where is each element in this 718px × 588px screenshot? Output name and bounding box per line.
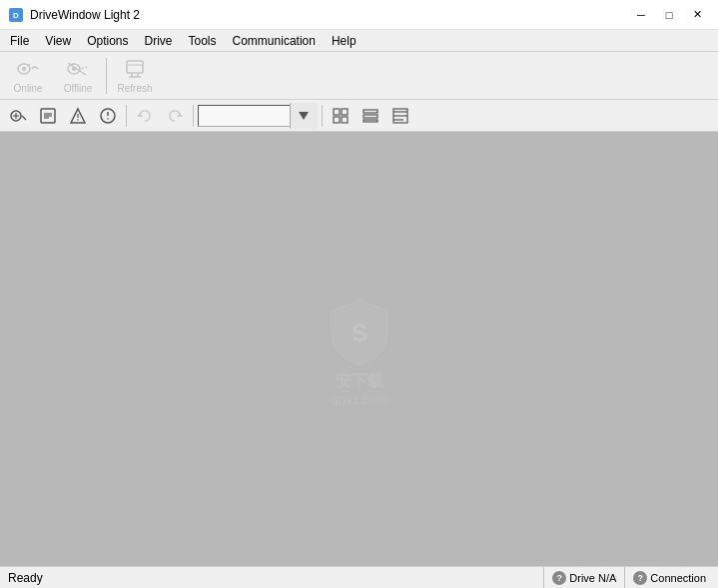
address-dropdown-button[interactable] — [290, 103, 318, 129]
status-panels: ? Drive N/A ? Connection — [543, 567, 714, 589]
refresh-icon — [123, 57, 147, 81]
svg-marker-23 — [137, 113, 143, 117]
svg-point-3 — [22, 67, 26, 71]
maximize-button[interactable]: □ — [656, 4, 682, 26]
menu-file[interactable]: File — [2, 30, 37, 51]
toolbar-separator-1 — [106, 58, 107, 94]
view-grid-button[interactable] — [327, 103, 355, 129]
svg-rect-29 — [342, 117, 348, 123]
connection-status-panel: ? Connection — [624, 567, 714, 589]
watermark-shield-icon: S — [320, 292, 399, 371]
svg-text:S: S — [351, 319, 366, 346]
svg-rect-30 — [363, 110, 377, 113]
refresh-label: Refresh — [117, 83, 152, 94]
connection-status-icon: ? — [633, 571, 647, 585]
refresh-button[interactable]: Refresh — [111, 55, 159, 97]
svg-line-12 — [22, 116, 26, 120]
watermark-text: 安下载 — [336, 371, 383, 392]
window-title: DriveWindow Light 2 — [30, 8, 140, 22]
status-ready: Ready — [4, 571, 543, 585]
main-content-area: S 安下载 anxz.com — [0, 132, 718, 566]
svg-rect-27 — [342, 109, 348, 115]
menu-tools[interactable]: Tools — [181, 30, 225, 51]
toolbar2-separator-1 — [126, 105, 127, 127]
minimize-button[interactable]: ─ — [628, 4, 654, 26]
toolbar-primary: Online Offline Refresh — [0, 52, 718, 100]
svg-marker-25 — [299, 112, 309, 120]
redo-button[interactable] — [161, 103, 189, 129]
online-button[interactable]: Online — [4, 55, 52, 97]
undo-button[interactable] — [131, 103, 159, 129]
toolbar-secondary — [0, 100, 718, 132]
window-controls: ─ □ ✕ — [628, 4, 710, 26]
svg-marker-24 — [177, 113, 183, 117]
online-label: Online — [14, 83, 43, 94]
online-icon — [16, 57, 40, 81]
offline-icon — [66, 57, 90, 81]
svg-rect-26 — [334, 109, 340, 115]
view-detail-button[interactable] — [386, 103, 414, 129]
view-list-button[interactable] — [357, 103, 384, 129]
tool-btn-3[interactable] — [64, 103, 92, 129]
tool-btn-2[interactable] — [34, 103, 62, 129]
svg-point-22 — [107, 118, 109, 120]
toolbar2-separator-2 — [193, 105, 194, 127]
drive-status-panel: ? Drive N/A — [543, 567, 624, 589]
drive-status-icon: ? — [552, 571, 566, 585]
menu-communication[interactable]: Communication — [225, 30, 324, 51]
menu-drive[interactable]: Drive — [137, 30, 181, 51]
svg-rect-7 — [127, 61, 143, 73]
offline-label: Offline — [64, 83, 93, 94]
status-bar: Ready ? Drive N/A ? Connection — [0, 566, 718, 588]
title-bar: D DriveWindow Light 2 ─ □ ✕ — [0, 0, 718, 30]
svg-rect-28 — [334, 117, 340, 123]
svg-point-19 — [77, 119, 79, 121]
menu-bar: File View Options Drive Tools Communicat… — [0, 30, 718, 52]
offline-button[interactable]: Offline — [54, 55, 102, 97]
tool-btn-4[interactable] — [94, 103, 122, 129]
watermark-subtext: anxz.com — [332, 392, 387, 407]
svg-text:D: D — [13, 11, 19, 20]
close-button[interactable]: ✕ — [684, 4, 710, 26]
watermark: S 安下载 anxz.com — [320, 292, 399, 407]
svg-rect-32 — [363, 120, 377, 122]
drive-status-label: Drive N/A — [569, 572, 616, 584]
svg-rect-31 — [363, 115, 377, 118]
app-icon: D — [8, 7, 24, 23]
tool-btn-1[interactable] — [4, 103, 32, 129]
menu-help[interactable]: Help — [324, 30, 364, 51]
menu-options[interactable]: Options — [79, 30, 136, 51]
menu-view[interactable]: View — [37, 30, 79, 51]
connection-status-label: Connection — [650, 572, 706, 584]
toolbar2-separator-3 — [322, 105, 323, 127]
